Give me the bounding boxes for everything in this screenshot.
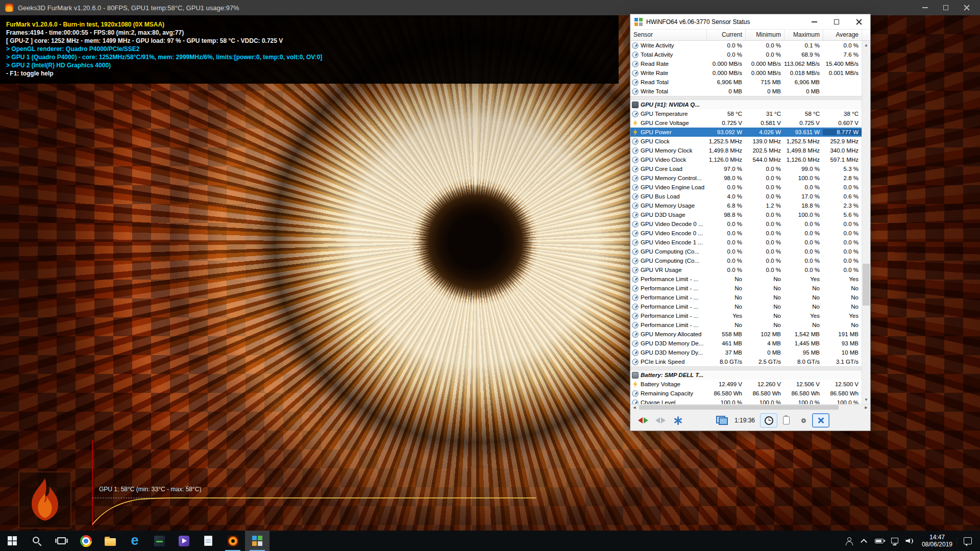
taskbar-start-button[interactable] <box>0 531 24 551</box>
hwinfo-toolbar: 1:19:36 <box>630 410 870 431</box>
horizontal-scrollbar-track[interactable] <box>639 405 862 410</box>
sensor-max-value: 1,252.5 MHz <box>784 138 823 144</box>
column-average[interactable]: Average <box>823 30 862 40</box>
horizontal-scrollbar[interactable]: ◀ ▶ <box>630 404 870 410</box>
horizontal-scrollbar-thumb[interactable] <box>639 405 839 410</box>
taskbar-folder-button[interactable] <box>98 531 122 551</box>
taskbar-gpuz-button[interactable] <box>147 531 172 551</box>
sensor-row[interactable]: GPU VR Usage0.0 %0.0 %0.0 %0.0 % <box>630 265 862 274</box>
sensor-row[interactable]: GPU D3D Memory De...461 MB4 MB1,445 MB93… <box>630 339 862 348</box>
sensor-row[interactable]: GPU Clock1,252.5 MHz139.0 MHz1,252.5 MHz… <box>630 137 862 146</box>
close-icon[interactable] <box>964 5 970 11</box>
hwinfo-close-button[interactable] <box>848 14 870 29</box>
action-center-button[interactable] <box>957 537 978 544</box>
hwinfo-titlebar[interactable]: HWiNFO64 v6.06-3770 Sensor Status <box>630 14 870 30</box>
taskbar-edge-button[interactable] <box>122 531 147 551</box>
sensor-row[interactable]: Remaining Capacity86.580 Wh86.580 Wh86.5… <box>630 389 862 398</box>
vertical-scrollbar-track[interactable] <box>862 49 870 395</box>
tray-people-button[interactable] <box>841 531 856 551</box>
hwinfo-minimize-button[interactable] <box>803 14 825 29</box>
taskbar-furmark-button[interactable] <box>220 531 245 551</box>
taskbar-taskview-button[interactable] <box>49 531 74 551</box>
sensor-row[interactable]: Write Activity0.0 %0.0 %0.1 %0.0 % <box>630 41 862 50</box>
sensor-row[interactable]: GPU Computing (Co...0.0 %0.0 %0.0 %0.0 % <box>630 247 862 256</box>
sensor-row[interactable]: Write Rate0.000 MB/s0.000 MB/s0.018 MB/s… <box>630 68 862 78</box>
fan-button[interactable] <box>669 413 687 428</box>
sensor-row[interactable]: GPU Video Engine Load0.0 %0.0 %0.0 %0.0 … <box>630 183 862 192</box>
taskbar-search-button[interactable] <box>24 531 49 551</box>
sensor-row[interactable]: Read Total6,906 MB715 MB6,906 MB <box>630 78 862 87</box>
minimize-icon[interactable] <box>922 7 928 8</box>
sensor-row[interactable]: GPU Video Clock1,126.0 MHz544.0 MHz1,126… <box>630 155 862 164</box>
sensor-min-value: 86.580 Wh <box>745 390 784 396</box>
sensor-section-row[interactable]: GPU [#1]: NVIDIA Q... <box>630 100 862 109</box>
vertical-scrollbar[interactable]: ▲ ▼ <box>862 41 870 404</box>
hwinfo-maximize-button[interactable] <box>825 14 848 29</box>
clipboard-button[interactable] <box>777 413 795 428</box>
sensor-row[interactable]: GPU Video Decode 0 ...0.0 %0.0 %0.0 %0.0… <box>630 219 862 229</box>
sensor-row[interactable]: Charge Level100.0 %100.0 %100.0 %100.0 % <box>630 398 862 404</box>
column-sensor[interactable]: Sensor <box>630 30 707 40</box>
sensor-row[interactable]: Performance Limit - ...NoNoNoNo <box>630 284 862 293</box>
sensor-row[interactable]: Performance Limit - ...NoNoNoNo <box>630 320 862 330</box>
sensor-row[interactable]: GPU Power93.092 W4.026 W93.611 W8.777 W <box>630 128 862 137</box>
column-maximum[interactable]: Maximum <box>785 30 823 40</box>
sensor-row[interactable]: Performance Limit - ...YesNoYesYes <box>630 311 862 320</box>
close-sensors-button[interactable] <box>812 413 829 428</box>
monitoring-button[interactable] <box>713 413 730 428</box>
tray-volume-button[interactable] <box>902 531 918 551</box>
sensor-table-header[interactable]: Sensor Current Minimum Maximum Average <box>630 30 870 41</box>
chevron-up-icon <box>861 539 868 545</box>
column-current[interactable]: Current <box>707 30 746 40</box>
sensor-row[interactable]: Performance Limit - ...NoNoNoNo <box>630 293 862 302</box>
sensor-row[interactable]: GPU Memory Clock1,499.8 MHz202.5 MHz1,49… <box>630 146 862 155</box>
sensor-row[interactable]: GPU Bus Load4.0 %0.0 %17.0 %0.6 % <box>630 192 862 201</box>
sensor-row[interactable]: GPU Computing (Co...0.0 %0.0 %0.0 %0.0 % <box>630 256 862 265</box>
sensor-row[interactable]: PCIe Link Speed8.0 GT/s2.5 GT/s8.0 GT/s3… <box>630 357 862 366</box>
gauge-icon <box>632 212 639 218</box>
sensor-avg-value: 0.0 % <box>823 230 862 236</box>
maximize-icon[interactable] <box>943 5 948 10</box>
sensor-row[interactable]: GPU Temperature58 °C31 °C58 °C38 °C <box>630 109 862 118</box>
vertical-scrollbar-thumb[interactable] <box>863 264 870 306</box>
taskbar-chrome-button[interactable] <box>74 531 98 551</box>
settings-button[interactable] <box>795 413 812 428</box>
sensor-max-value: 1,445 MB <box>784 340 823 346</box>
sensor-row[interactable]: Total Activity0.0 %0.0 %68.9 %7.6 % <box>630 50 862 59</box>
sensor-row[interactable]: GPU Video Encode 1 ...0.0 %0.0 %0.0 %0.0… <box>630 238 862 247</box>
scroll-right-icon[interactable]: ▶ <box>862 406 870 410</box>
sensor-row[interactable]: GPU D3D Memory Dy...37 MB0 MB95 MB10 MB <box>630 348 862 357</box>
sensor-row[interactable]: Battery Voltage12.499 V12.260 V12.506 V1… <box>630 380 862 389</box>
sensor-row[interactable]: GPU Video Encode 0 ...0.0 %0.0 %0.0 %0.0… <box>630 229 862 238</box>
sensor-min-value: 715 MB <box>745 79 784 85</box>
taskbar-notepad-button[interactable] <box>196 531 220 551</box>
reset-minmax-button[interactable] <box>634 413 652 428</box>
column-minimum[interactable]: Minimum <box>746 30 785 40</box>
sensor-row[interactable]: GPU Core Load97.0 %0.0 %99.0 %5.3 % <box>630 164 862 173</box>
sensor-row[interactable]: Read Rate0.000 MB/s0.000 MB/s113.062 MB/… <box>630 59 862 68</box>
scroll-left-icon[interactable]: ◀ <box>630 406 639 410</box>
tray-chevron-up-button[interactable] <box>856 531 872 551</box>
logging-clock-button[interactable] <box>760 413 777 428</box>
sensor-row[interactable]: GPU Memory Control...98.0 %0.0 %100.0 %2… <box>630 173 862 183</box>
sensor-avg-value: No <box>823 285 862 291</box>
sensor-max-value: 6,906 MB <box>784 79 823 85</box>
sensor-row[interactable]: GPU D3D Usage98.8 %0.0 %100.0 %5.6 % <box>630 210 862 219</box>
sensor-row[interactable]: Performance Limit - ...NoNoNoNo <box>630 302 862 311</box>
scroll-up-icon[interactable]: ▲ <box>862 41 870 49</box>
sensor-row[interactable]: GPU Memory Allocated558 MB102 MB1,542 MB… <box>630 330 862 339</box>
sensor-row[interactable]: Write Total0 MB0 MB0 MB <box>630 87 862 96</box>
taskbar-clock[interactable]: 14:47 08/06/2019 <box>918 534 957 548</box>
taskbar-hwinfo-button[interactable] <box>245 531 270 551</box>
sensor-row[interactable]: GPU Core Voltage0.725 V0.581 V0.725 V0.6… <box>630 118 862 128</box>
scroll-down-icon[interactable]: ▼ <box>862 395 870 404</box>
sensor-section-row[interactable]: Battery: SMP DELL T... <box>630 370 862 380</box>
sensor-row[interactable]: Performance Limit - ...NoNoYesYes <box>630 274 862 284</box>
sensor-row[interactable]: GPU Memory Usage6.8 %1.2 %18.8 %2.3 % <box>630 201 862 210</box>
taskbar-media-button[interactable] <box>172 531 196 551</box>
tray-network-button[interactable] <box>887 531 902 551</box>
sensor-cur-value: 0.0 % <box>706 258 745 264</box>
tray-battery-button[interactable] <box>872 531 887 551</box>
sensor-name: PCIe Link Speed <box>641 359 706 365</box>
nav-arrows-button[interactable] <box>652 413 669 428</box>
